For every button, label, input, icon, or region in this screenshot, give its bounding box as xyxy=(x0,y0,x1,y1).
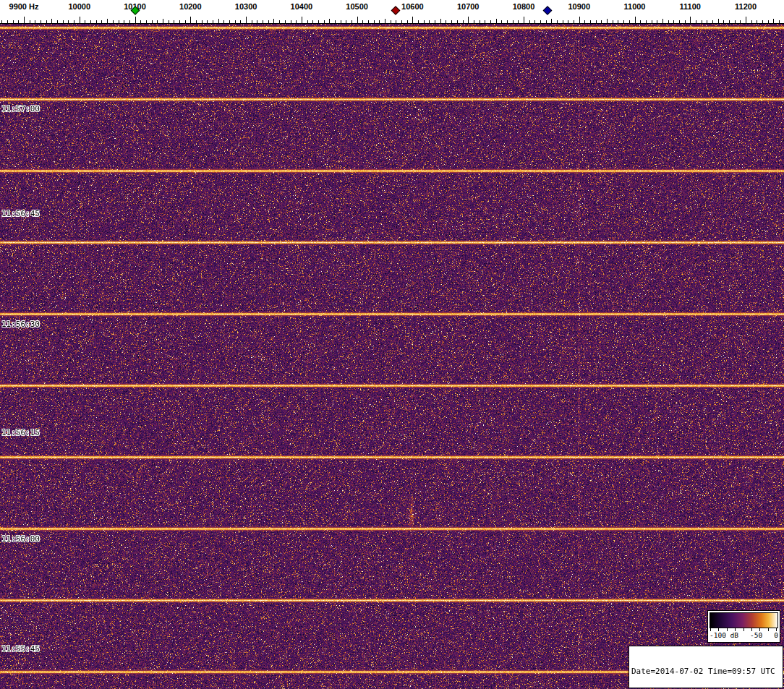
ruler-tick xyxy=(268,20,269,23)
ruler-tick xyxy=(518,20,519,23)
ruler-tick xyxy=(740,20,741,23)
ruler-tick xyxy=(568,20,568,23)
ruler-tick xyxy=(646,20,647,23)
ruler-tick xyxy=(690,17,691,23)
ruler-tick xyxy=(107,19,108,23)
ruler-tick xyxy=(207,20,208,23)
ruler-tick xyxy=(152,20,153,23)
ruler-tick xyxy=(202,20,203,23)
ruler-tick xyxy=(507,20,508,23)
ruler-tick-label: 10600 xyxy=(401,2,424,11)
ruler-tick xyxy=(57,20,58,23)
ruler-tick xyxy=(318,20,319,23)
ruler-tick xyxy=(662,19,663,23)
ruler-tick xyxy=(574,20,574,23)
ruler-tick xyxy=(279,20,280,23)
ruler-tick xyxy=(396,20,396,23)
ruler-tick xyxy=(157,20,158,23)
ruler-tick xyxy=(496,19,497,23)
time-label: 11:56:15 xyxy=(1,428,40,437)
waterfall-canvas xyxy=(0,24,784,689)
ruler-tick xyxy=(129,20,130,23)
ruler-tick xyxy=(119,20,119,23)
ruler-tick xyxy=(468,17,469,23)
colorbar-label-mid: -50 xyxy=(750,631,762,639)
ruler-tick-label: 11000 xyxy=(624,2,646,11)
spectrogram-window: 9900 Hz100001010010200103001040010500106… xyxy=(0,0,784,689)
ruler-tick xyxy=(185,20,186,23)
ruler-tick-label: 11100 xyxy=(680,2,701,11)
ruler-tick xyxy=(357,17,358,23)
ruler-tick xyxy=(213,20,213,23)
time-label: 11:56:45 xyxy=(1,209,40,218)
ruler-tick xyxy=(746,17,746,23)
ruler-tick xyxy=(718,19,719,23)
ruler-tick xyxy=(329,19,330,23)
time-label: 11:56:30 xyxy=(1,320,40,329)
ruler-tick xyxy=(257,20,257,23)
ruler-tick xyxy=(113,20,114,23)
ruler-tick xyxy=(607,19,608,23)
time-label: 11:56:00 xyxy=(1,534,40,544)
ruler-tick xyxy=(762,20,763,23)
ruler-tick xyxy=(18,20,19,23)
ruler-tick xyxy=(679,20,680,23)
ruler-tick xyxy=(401,20,402,23)
ruler-tick xyxy=(407,20,408,23)
ruler-tick xyxy=(252,20,252,23)
ruler-tick xyxy=(613,20,613,23)
ruler-tick xyxy=(618,20,618,23)
ruler-tick xyxy=(685,20,686,23)
ruler-tick xyxy=(779,20,780,23)
ruler-tick xyxy=(312,20,313,23)
ruler-tick xyxy=(296,20,297,23)
ruler-tick xyxy=(35,20,35,23)
ruler-tick xyxy=(391,20,391,23)
ruler-tick xyxy=(240,20,241,23)
ruler-tick xyxy=(657,20,657,23)
info-date-time: Date=2014-07-02 Time=09:57 UTC xyxy=(631,667,780,676)
frequency-ruler: 9900 Hz100001010010200103001040010500106… xyxy=(0,0,784,24)
ruler-tick xyxy=(13,20,14,23)
ruler-tick xyxy=(412,17,413,23)
ruler-tick xyxy=(80,17,80,23)
ruler-tick xyxy=(429,20,430,23)
ruler-tick xyxy=(7,20,8,23)
ruler-tick xyxy=(51,19,52,23)
colorbar: -100 dB -50 0 xyxy=(707,610,780,643)
ruler-tick xyxy=(68,20,69,23)
ruler-tick xyxy=(584,20,585,23)
ruler-tick xyxy=(474,20,474,23)
ruler-tick xyxy=(540,20,541,23)
ruler-tick xyxy=(30,20,30,23)
ruler-tick xyxy=(368,20,369,23)
blue-frequency-marker[interactable] xyxy=(543,6,553,15)
ruler-tick xyxy=(702,20,702,23)
ruler-tick xyxy=(723,20,724,23)
ruler-tick xyxy=(463,20,464,23)
ruler-tick xyxy=(74,20,74,23)
ruler-tick xyxy=(63,20,64,23)
ruler-tick-label: 10800 xyxy=(513,2,535,11)
ruler-tick xyxy=(485,20,485,23)
colorbar-label-max: 0 xyxy=(774,631,778,639)
ruler-tick-label: 10300 xyxy=(235,2,257,11)
ruler-tick-label: 10000 xyxy=(68,2,90,11)
ruler-tick xyxy=(146,20,147,23)
ruler-tick xyxy=(480,20,480,23)
ruler-tick xyxy=(635,17,636,23)
ruler-tick xyxy=(729,20,730,23)
ruler-tick xyxy=(362,20,363,23)
red-frequency-marker[interactable] xyxy=(391,6,401,15)
ruler-tick xyxy=(218,19,219,23)
ruler-tick xyxy=(346,20,346,23)
ruler-tick xyxy=(190,17,191,23)
ruler-tick-label: 10200 xyxy=(179,2,202,11)
ruler-tick xyxy=(285,20,286,23)
ruler-tick xyxy=(751,20,752,23)
ruler-tick xyxy=(85,20,85,23)
ruler-tick xyxy=(24,17,25,23)
ruler-tick-label: 10700 xyxy=(457,2,480,11)
time-label: 11:55:45 xyxy=(1,644,40,654)
ruler-tick xyxy=(351,20,352,23)
